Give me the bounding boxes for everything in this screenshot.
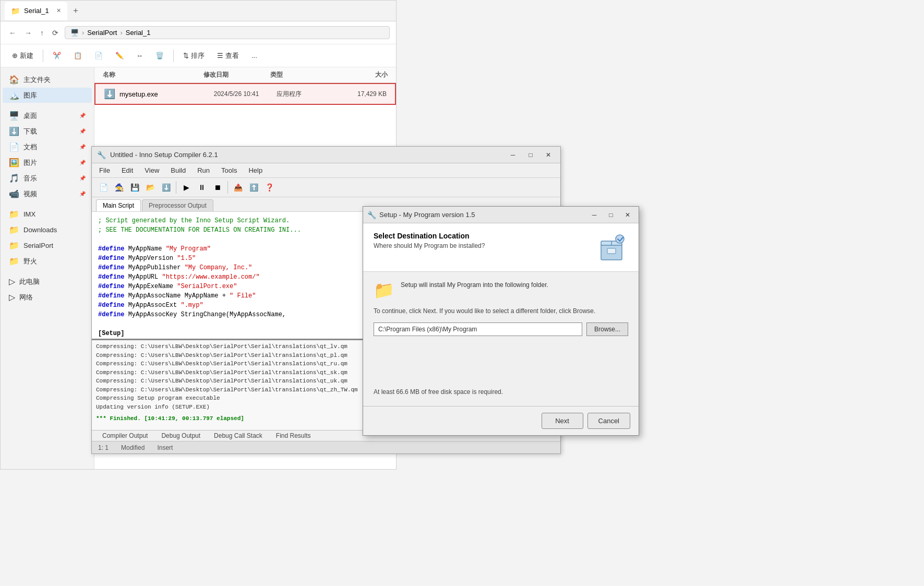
sidebar: 🏠 主文件夹 🏔️ 图库 🖥️ 桌面 📌 ⬇️ 下载 📌 📄 文档 � — [1, 67, 94, 469]
tb-sep-2 — [227, 181, 228, 194]
sidebar-item-downloads-folder[interactable]: 📁 Downloads — [3, 222, 92, 237]
setup-body: 📁 Setup will install My Program into the… — [363, 272, 639, 406]
setup-title-icon: 🔧 — [367, 211, 376, 219]
menu-help[interactable]: Help — [243, 164, 268, 176]
tb-deploy-btn[interactable]: 📤 — [231, 180, 245, 195]
folder-serialport-icon: 📁 — [9, 241, 19, 250]
more-btn[interactable]: ... — [246, 49, 262, 62]
sidebar-item-docs[interactable]: 📄 文档 📌 — [3, 139, 92, 154]
sidebar-item-gallery[interactable]: 🏔️ 图库 — [3, 88, 92, 103]
copy-btn[interactable]: 📋 — [68, 49, 87, 62]
refresh-btn[interactable]: ⟳ — [50, 27, 61, 39]
home-icon: 🏠 — [9, 75, 19, 85]
file-name-mysetup: mysetup.exe — [119, 90, 214, 98]
setup-next-btn[interactable]: Next — [542, 413, 583, 429]
inno-close-btn[interactable]: ✕ — [542, 148, 555, 162]
menu-tools[interactable]: Tools — [216, 164, 242, 176]
tab-close-btn[interactable]: ✕ — [56, 7, 61, 14]
new-btn[interactable]: ⊕ 新建 — [7, 49, 39, 63]
up-btn[interactable]: ↑ — [38, 27, 46, 39]
tb-pause-btn[interactable]: ⏸ — [195, 180, 209, 195]
tab-preprocessor[interactable]: Preprocessor Output — [142, 199, 213, 211]
sidebar-item-downloads[interactable]: ⬇️ 下载 📌 — [3, 124, 92, 139]
setup-window: 🔧 Setup - My Program version 1.5 ─ □ ✕ S… — [363, 206, 639, 436]
menu-file[interactable]: File — [94, 164, 115, 176]
col-size-header: 大小 — [338, 70, 388, 79]
sidebar-item-yehuoh[interactable]: 📁 野火 — [3, 254, 92, 269]
sidebar-item-desktop[interactable]: 🖥️ 桌面 📌 — [3, 108, 92, 123]
pin-icon: 📌 — [79, 113, 86, 118]
status-tab-call-stack[interactable]: Debug Call Stack — [208, 430, 269, 441]
tb-upload-btn[interactable]: ⬆️ — [246, 180, 261, 195]
setup-info-text: Setup will install My Program into the f… — [401, 280, 548, 290]
folder-downloads-icon: 📁 — [9, 225, 19, 235]
tb-open-btn[interactable]: 📂 — [143, 180, 158, 195]
setup-minimize-btn[interactable]: ─ — [587, 208, 601, 222]
delete-btn[interactable]: 🗑️ — [150, 49, 169, 62]
tab-main-script[interactable]: Main Script — [96, 199, 141, 211]
sidebar-item-network[interactable]: ▷ 网络 — [3, 290, 92, 305]
sidebar-label-yehuoh: 野火 — [23, 257, 37, 266]
inno-maximize-btn[interactable]: □ — [524, 148, 537, 162]
tb-help-btn[interactable]: ❓ — [262, 180, 277, 195]
menu-run[interactable]: Run — [192, 164, 215, 176]
breadcrumb[interactable]: 🖥️ › SerialPort › Serial_1 — [65, 26, 390, 39]
sort-icon: ⇅ — [183, 52, 189, 59]
col-name-header: 名称 — [103, 70, 203, 79]
new-tab-btn[interactable]: ＋ — [71, 5, 80, 16]
setup-header: Select Destination Location Where should… — [363, 223, 639, 272]
setup-close-btn[interactable]: ✕ — [621, 208, 634, 222]
sidebar-label-music: 音乐 — [23, 174, 37, 183]
sidebar-item-pictures[interactable]: 🖼️ 图片 📌 — [3, 155, 92, 170]
sidebar-item-videos[interactable]: 📹 视频 📌 — [3, 186, 92, 201]
folder-imx-icon: 📁 — [9, 209, 19, 219]
sidebar-item-imx[interactable]: 📁 IMX — [3, 207, 92, 222]
back-btn[interactable]: ← — [7, 27, 18, 39]
setup-maximize-btn[interactable]: □ — [604, 208, 618, 222]
setup-folder-input[interactable] — [374, 322, 582, 336]
cut-btn[interactable]: ✂️ — [47, 49, 66, 62]
forward-btn[interactable]: → — [22, 27, 34, 39]
sidebar-item-pc[interactable]: ▷ 此电脑 — [3, 274, 92, 289]
breadcrumb-serial1: Serial_1 — [126, 29, 151, 37]
tb-run-btn[interactable]: ▶ — [179, 180, 194, 195]
tb-wizard-btn[interactable]: 🧙 — [112, 180, 126, 195]
rename-btn[interactable]: ✏️ — [110, 49, 129, 62]
menu-build[interactable]: Build — [165, 164, 191, 176]
status-insert: Insert — [157, 444, 173, 451]
explorer-tab[interactable]: 📁 Serial_1 ✕ — [5, 2, 67, 20]
folder-yellow-icon: 📁 — [374, 280, 394, 300]
status-tab-debug[interactable]: Debug Output — [155, 430, 207, 441]
tb-save-btn[interactable]: 💾 — [127, 180, 142, 195]
sidebar-item-music[interactable]: 🎵 音乐 📌 — [3, 171, 92, 186]
sidebar-label-home: 主文件夹 — [23, 75, 51, 85]
videos-icon: 📹 — [9, 189, 19, 199]
status-tab-compiler[interactable]: Compiler Output — [96, 430, 154, 441]
setup-cancel-btn[interactable]: Cancel — [587, 413, 630, 429]
file-row-mysetup[interactable]: ⬇️ mysetup.exe 2024/5/26 10:41 应用程序 17,4… — [94, 83, 396, 105]
svg-rect-3 — [607, 248, 616, 254]
share-btn[interactable]: ↔️ — [131, 49, 148, 62]
setup-browse-btn[interactable]: Browse... — [586, 322, 628, 336]
sort-btn[interactable]: ⇅ 排序 — [178, 49, 210, 63]
tab-folder-icon: 📁 — [11, 7, 20, 15]
col-date-header: 修改日期 — [203, 70, 270, 79]
tb-close-btn[interactable]: ⬇️ — [159, 180, 173, 195]
tb-stop-btn[interactable]: ⏹ — [210, 180, 225, 195]
pin-icon-3: 📌 — [79, 144, 86, 150]
status-tab-find-results[interactable]: Find Results — [270, 430, 317, 441]
setup-header-icon — [595, 232, 628, 265]
menu-edit[interactable]: Edit — [116, 164, 138, 176]
menu-view[interactable]: View — [139, 164, 164, 176]
desktop-icon: 🖥️ — [9, 111, 19, 121]
sidebar-item-serialport[interactable]: 📁 SerialPort — [3, 238, 92, 253]
file-exe-icon: ⬇️ — [104, 88, 115, 100]
status-modified: Modified — [121, 444, 145, 451]
setup-disk-info: At least 66.6 MB of free disk space is r… — [374, 388, 628, 396]
inno-title-text: Untitled - Inno Setup Compiler 6.2.1 — [110, 151, 502, 159]
tb-new-btn[interactable]: 📄 — [96, 180, 111, 195]
inno-minimize-btn[interactable]: ─ — [506, 148, 520, 162]
sidebar-item-home[interactable]: 🏠 主文件夹 — [3, 72, 92, 87]
view-btn[interactable]: ☰ 查看 — [212, 49, 244, 63]
paste-btn[interactable]: 📄 — [89, 49, 108, 62]
